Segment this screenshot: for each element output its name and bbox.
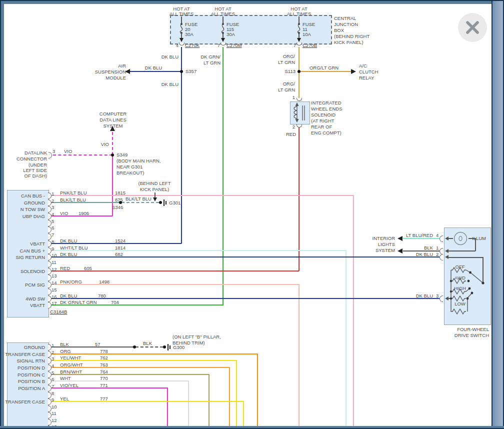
wire-gauge: 771 (100, 382, 108, 388)
pin-number: 2 (52, 350, 54, 356)
arrow-down-icon (180, 38, 184, 42)
wire-color-label: VIO (101, 142, 109, 148)
solenoid-label: REAR OF (311, 124, 332, 130)
close-button[interactable] (458, 13, 487, 42)
wire-gauge: 763 (100, 362, 108, 368)
wire-gauge: 704 (111, 300, 119, 306)
connector-name: C270M (226, 42, 242, 48)
wire-color-label: DK BLU (416, 252, 433, 258)
wire-color-label: VIO (64, 148, 72, 154)
pin-number: 1 (52, 342, 54, 348)
connector-name: C270K (185, 42, 200, 48)
interior-lights-label: SYSTEM (376, 248, 395, 254)
wire-color-label: DK BLU (60, 293, 77, 299)
pin-function: UBP DIAG (22, 214, 45, 220)
wire-color-label: ORG/LT GRN (310, 65, 338, 71)
pin-function: VBATT (30, 241, 45, 247)
wire-red-vertical (298, 128, 300, 271)
wire-yel-pin9 (50, 401, 244, 402)
splice-label: S357 (186, 68, 196, 74)
pin-number: 10 (52, 252, 57, 258)
wire-color-label: LT GRN (278, 60, 295, 66)
solenoid-label: WHEEL ENDS (311, 106, 342, 112)
solenoid-label: SOLENOID (311, 112, 336, 118)
wire-blk-dashed (136, 346, 163, 348)
wire-color-label: LT BLU/RED (406, 232, 433, 238)
pin-function: POSITION A (18, 386, 45, 392)
g301-note: (BEHIND LEFT (138, 180, 171, 186)
pin-number: 5 (52, 370, 54, 376)
wire-gauge: 1906 (78, 210, 89, 216)
pin-function: TRANSFER CASE (5, 352, 45, 358)
wire-blkltblu-dashed (122, 202, 159, 203)
wire-org-vertical (257, 354, 258, 426)
wire-color-label: DK BLU (60, 238, 77, 244)
wire-dkblu-pin16 (50, 298, 440, 299)
diagram-viewer: CENTRAL JUNCTION BOX (BEHIND RIGHT KICK … (0, 0, 504, 429)
illum-label: ILLUM (472, 236, 486, 242)
solenoid-label: (AT RIGHT (311, 118, 334, 124)
solenoid-label: ENG COMPT) (311, 130, 342, 136)
pin-number: 8 (52, 239, 54, 245)
switch-position-label: HIGH (454, 286, 466, 292)
wire-whtltblu-vertical (346, 250, 346, 426)
wire-vio-dashed-vertical (112, 132, 113, 155)
wire-pnkorg-vertical (298, 284, 300, 426)
wire-color-label: BRN/WHT (60, 369, 82, 375)
interior-lights-label: LIGHTS (378, 242, 395, 248)
wire-brnwht-vertical (208, 374, 210, 426)
pin-number: 12 (52, 266, 57, 272)
switch-position-label: AWD (454, 275, 466, 281)
wire-color-label: DK BLU (162, 82, 178, 88)
wire-lead (181, 33, 182, 38)
cdl-label: DATA LINES (100, 117, 126, 123)
pin-number: 5 (52, 218, 54, 224)
pin-function: SIG RETURN (16, 254, 45, 260)
wire-color-label: ORG/WHT (60, 362, 83, 368)
pin-number: 11 (52, 260, 56, 266)
wire-gauge: 780 (98, 293, 106, 299)
pin-number: 11 (52, 410, 56, 416)
close-icon (458, 13, 487, 42)
wire-color-label: DK BLU (162, 54, 178, 60)
pin-number: 6 (52, 376, 54, 382)
pin-function: N TOW SW (20, 206, 45, 212)
pin-number: 14 (52, 280, 57, 286)
wire-color-label: RED (60, 266, 70, 272)
pin-number: 6 (52, 225, 54, 231)
scrollbar-track[interactable] (492, 0, 504, 429)
wire-gauge: 605 (84, 266, 92, 272)
wire-color-label: DK GRN/ (200, 54, 220, 60)
wire-orgltgrn-acrelay (299, 71, 351, 72)
pin-number: 9 (52, 397, 54, 403)
wire-gauge: 682 (115, 252, 123, 258)
wire-color-label: PNK/LT BLU (60, 190, 87, 196)
pin-number: 16 (52, 294, 57, 300)
pin-number: 12 (52, 418, 57, 424)
wire-gauge: 778 (100, 348, 108, 354)
wire-color-label: WHT/LT BLU (60, 245, 88, 251)
ground-symbol (166, 201, 166, 204)
pin-number: 7 (52, 384, 54, 390)
switch-lead (448, 250, 476, 252)
g301-note: KICK PANEL) (140, 186, 169, 192)
datalink-label: DATALINK (24, 150, 47, 156)
wire-pnkltblu-vertical (353, 195, 354, 426)
wire-color-label: RED (286, 132, 296, 138)
pin-number: 4 (52, 363, 54, 369)
ac-relay-label: CLUTCH (359, 69, 378, 75)
pin-number: 4 (52, 212, 54, 218)
cjb-label: KICK PANEL) (334, 40, 363, 46)
datalink-label: (UNDER (28, 162, 47, 168)
pin-number: 17 (52, 300, 57, 306)
cjb-label: JUNCTION (334, 22, 358, 28)
ground-symbol (164, 200, 164, 206)
connector-name: C3184B (50, 309, 67, 315)
wire-gauge: 875 (115, 197, 123, 203)
wire-color-label: WHT (60, 376, 71, 382)
wire-color-label: YEL/WHT (60, 355, 81, 361)
wire-dkblu-vertical (181, 47, 182, 244)
wire-color-label: YEL (60, 396, 69, 402)
ground-symbol (170, 346, 170, 349)
arrow-left-icon (125, 69, 130, 74)
